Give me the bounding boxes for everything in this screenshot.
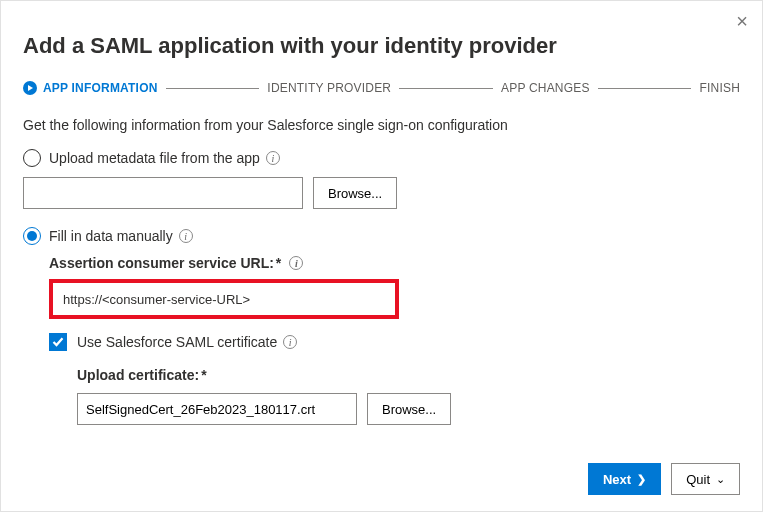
page-title: Add a SAML application with your identit… — [23, 33, 740, 59]
quit-button[interactable]: Quit ⌄ — [671, 463, 740, 495]
required-mark: * — [201, 367, 206, 383]
radio-label: Upload metadata file from the app — [49, 150, 260, 166]
metadata-browse-button[interactable]: Browse... — [313, 177, 397, 209]
step-label: APP INFORMATION — [43, 81, 158, 95]
certificate-file-input[interactable] — [77, 393, 357, 425]
radio-label: Fill in data manually — [49, 228, 173, 244]
stepper: APP INFORMATION IDENTITY PROVIDER APP CH… — [23, 81, 740, 95]
button-label: Browse... — [328, 186, 382, 201]
checkbox-checked-icon — [49, 333, 67, 351]
step-divider — [166, 88, 260, 89]
acs-url-value: https://<consumer-service-URL> — [63, 292, 250, 307]
next-button[interactable]: Next ❯ — [588, 463, 661, 495]
radio-icon — [23, 227, 41, 245]
chevron-down-icon: ⌄ — [716, 473, 725, 486]
button-label: Next — [603, 472, 631, 487]
use-salesforce-cert-checkbox[interactable]: Use Salesforce SAML certificate i — [49, 333, 740, 351]
required-mark: * — [276, 255, 281, 271]
step-label: IDENTITY PROVIDER — [267, 81, 391, 95]
button-label: Quit — [686, 472, 710, 487]
radio-icon — [23, 149, 41, 167]
close-icon[interactable]: × — [736, 11, 748, 31]
play-icon — [23, 81, 37, 95]
info-icon[interactable]: i — [266, 151, 280, 165]
upload-cert-label: Upload certificate: — [77, 367, 199, 383]
certificate-browse-button[interactable]: Browse... — [367, 393, 451, 425]
step-identity-provider[interactable]: IDENTITY PROVIDER — [267, 81, 391, 95]
checkbox-label: Use Salesforce SAML certificate — [77, 334, 277, 350]
step-divider — [598, 88, 692, 89]
step-label: APP CHANGES — [501, 81, 590, 95]
info-icon[interactable]: i — [283, 335, 297, 349]
step-label: FINISH — [699, 81, 740, 95]
metadata-file-input[interactable] — [23, 177, 303, 209]
step-finish[interactable]: FINISH — [699, 81, 740, 95]
step-app-changes[interactable]: APP CHANGES — [501, 81, 590, 95]
info-icon[interactable]: i — [179, 229, 193, 243]
acs-label: Assertion consumer service URL: — [49, 255, 274, 271]
step-divider — [399, 88, 493, 89]
step-app-information[interactable]: APP INFORMATION — [23, 81, 158, 95]
radio-fill-manually[interactable]: Fill in data manually i — [23, 227, 740, 245]
chevron-right-icon: ❯ — [637, 473, 646, 486]
intro-text: Get the following information from your … — [23, 117, 740, 133]
radio-upload-metadata[interactable]: Upload metadata file from the app i — [23, 149, 740, 167]
acs-url-input[interactable]: https://<consumer-service-URL> — [49, 279, 399, 319]
info-icon[interactable]: i — [289, 256, 303, 270]
button-label: Browse... — [382, 402, 436, 417]
